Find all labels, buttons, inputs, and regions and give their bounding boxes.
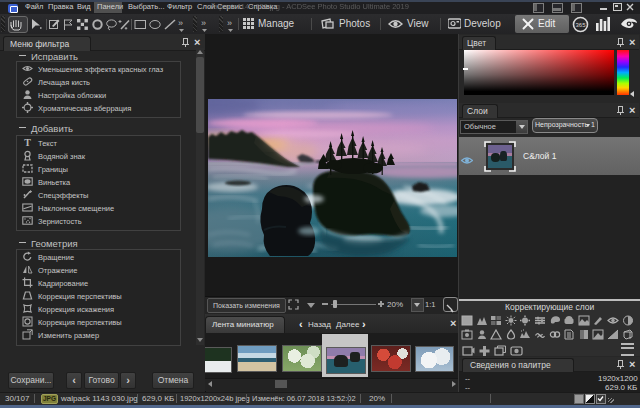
svg-text:365: 365 [575, 22, 586, 28]
svg-text:»: » [227, 18, 232, 28]
svg-text:»: » [178, 18, 183, 28]
svg-text:»: » [201, 18, 206, 28]
